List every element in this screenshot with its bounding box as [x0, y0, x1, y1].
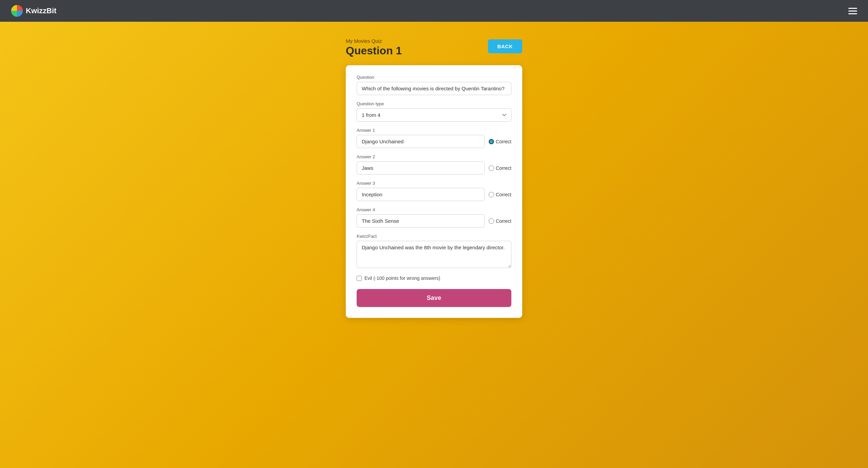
page-header: My Movies Quiz Question 1 BACK: [346, 38, 522, 57]
brand-name: KwizzBit: [26, 6, 56, 15]
answer1-correct-text: Correct: [496, 139, 511, 144]
answer2-label: Answer 2: [357, 154, 511, 159]
navbar: KwizzBit: [0, 0, 868, 22]
answer4-correct-radio[interactable]: [489, 218, 494, 224]
form-card: Question Question type 1 from 4 2 from 4…: [346, 65, 522, 318]
hamburger-line-3: [848, 13, 857, 14]
answer4-input[interactable]: [357, 214, 485, 228]
answer1-correct-label[interactable]: Correct: [489, 139, 511, 144]
answer4-correct-text: Correct: [496, 218, 511, 224]
kwizzfact-label: KwizzFact: [357, 234, 511, 239]
answer2-input[interactable]: [357, 161, 485, 175]
page-title-group: My Movies Quiz Question 1: [346, 38, 402, 57]
brand: KwizzBit: [11, 5, 56, 17]
answer3-correct-label[interactable]: Correct: [489, 192, 511, 197]
kwizzfact-textarea[interactable]: [357, 241, 511, 268]
question-label: Question: [357, 75, 511, 80]
evil-label[interactable]: Evil (-100 points for wrong answers): [364, 275, 440, 281]
answer2-correct-label[interactable]: Correct: [489, 165, 511, 171]
answer4-group: Answer 4 Correct: [357, 207, 511, 228]
save-button[interactable]: Save: [357, 289, 511, 307]
evil-checkbox[interactable]: [357, 276, 362, 281]
question-type-group: Question type 1 from 4 2 from 4 True/Fal…: [357, 101, 511, 122]
question-type-label: Question type: [357, 101, 511, 106]
hamburger-line-1: [848, 8, 857, 9]
answer2-correct-text: Correct: [496, 165, 511, 171]
answer2-row: Correct: [357, 161, 511, 175]
kwizzfact-group: KwizzFact: [357, 234, 511, 269]
answer1-group: Answer 1 Correct: [357, 128, 511, 148]
answer3-label: Answer 3: [357, 181, 511, 186]
page-content: My Movies Quiz Question 1 BACK Question …: [0, 22, 868, 468]
back-button[interactable]: BACK: [488, 39, 522, 53]
answer1-input[interactable]: [357, 135, 485, 148]
answer3-correct-radio[interactable]: [489, 192, 494, 197]
answer1-correct-radio[interactable]: [489, 139, 494, 144]
answer3-correct-text: Correct: [496, 192, 511, 197]
question-group: Question: [357, 75, 511, 95]
hamburger-menu-button[interactable]: [848, 8, 857, 14]
answer2-group: Answer 2 Correct: [357, 154, 511, 175]
evil-checkbox-row: Evil (-100 points for wrong answers): [357, 275, 511, 281]
answer4-row: Correct: [357, 214, 511, 228]
answer4-label: Answer 4: [357, 207, 511, 212]
question-title: Question 1: [346, 44, 402, 57]
answer4-correct-label[interactable]: Correct: [489, 218, 511, 224]
answer1-row: Correct: [357, 135, 511, 148]
answer3-row: Correct: [357, 188, 511, 201]
answer1-label: Answer 1: [357, 128, 511, 133]
answer3-group: Answer 3 Correct: [357, 181, 511, 201]
brand-logo-icon: [11, 5, 23, 17]
question-type-select[interactable]: 1 from 4 2 from 4 True/False Open: [357, 108, 511, 122]
quiz-name: My Movies Quiz: [346, 38, 402, 44]
answer2-correct-radio[interactable]: [489, 165, 494, 171]
question-input[interactable]: [357, 82, 511, 95]
answer3-input[interactable]: [357, 188, 485, 201]
hamburger-line-2: [848, 11, 857, 12]
